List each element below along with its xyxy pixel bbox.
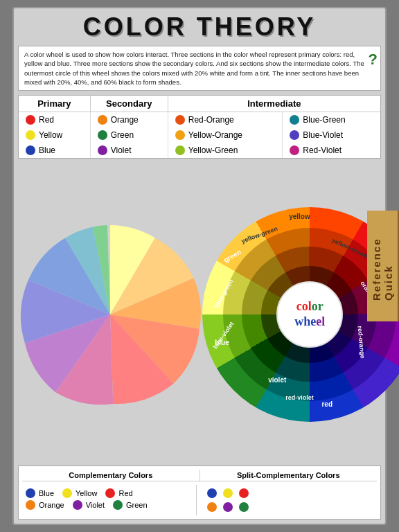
secondary-header: Secondary (90, 96, 168, 112)
comp-row-2: Orange Violet Green (26, 500, 193, 510)
split-header: Split-Complementary Colors (200, 470, 378, 481)
intermediate-cell1-1: Yellow-Orange (168, 127, 283, 143)
split-yellow-dot (223, 488, 233, 498)
bottom-section: Complementary Colors Split-Complementary… (18, 466, 381, 520)
comp-row-1: Blue Yellow Red (26, 488, 193, 498)
main-container: COLOR THEORY A color wheel is used to sh… (12, 7, 387, 525)
split-orange-dot (207, 502, 217, 512)
split-row-1 (207, 488, 252, 498)
wheel-section: color wheel yellow yellow-orange orange … (18, 163, 381, 466)
green-dot (113, 500, 123, 510)
blue-label: Blue (39, 489, 54, 497)
bottom-content: Blue Yellow Red Orange Violet Green (22, 485, 377, 515)
primary-cell-1: Yellow (19, 127, 90, 143)
info-box: A color wheel is used to show how colors… (18, 46, 381, 91)
bottom-header: Complementary Colors Split-Complementary… (22, 470, 377, 481)
red-label: Red (118, 489, 132, 497)
split-green-dot (239, 502, 249, 512)
green-label: Green (126, 501, 148, 509)
color-table: Primary Secondary Intermediate RedOrange… (18, 95, 381, 159)
primary-header: Primary (19, 96, 90, 112)
label-yellow: yellow (289, 213, 310, 220)
complementary-col: Blue Yellow Red Orange Violet Green (22, 485, 197, 515)
split-row-2 (207, 502, 252, 512)
secondary-cell-1: Green (90, 127, 168, 143)
page-title: COLOR THEORY (18, 12, 381, 42)
violet-label: Violet (86, 501, 105, 509)
blue-dot (26, 488, 35, 498)
color-wheel-container: color wheel yellow yellow-orange orange … (202, 207, 381, 422)
question-mark-icon[interactable]: ? (369, 49, 378, 71)
intermediate-cell1-2: Yellow-Green (168, 143, 283, 158)
quick-reference-label: Quick Reference (371, 231, 394, 301)
split-violet-dot (223, 502, 233, 512)
wheel-center: color wheel (276, 281, 343, 348)
primary-cell-2: Blue (19, 143, 90, 158)
label-red-violet: red-violet (285, 394, 314, 401)
split-blue-dot (207, 488, 217, 498)
primary-cell-0: Red (19, 112, 90, 128)
yellow-dot (62, 488, 72, 498)
comp-header: Complementary Colors (22, 470, 200, 481)
secondary-cell-2: Violet (90, 143, 168, 158)
intermediate-cell2-2: Red-Violet (283, 143, 380, 158)
intermediate-cell2-1: Blue-Violet (283, 127, 380, 143)
color-wheel (18, 204, 202, 425)
quick-reference-tab: Quick Reference (367, 211, 399, 321)
intermediate-cell2-0: Blue-Green (283, 112, 380, 128)
label-red: red (321, 400, 332, 408)
intermediate-header: Intermediate (168, 96, 380, 112)
orange-label: Orange (39, 501, 64, 509)
center-label: color wheel (294, 299, 325, 329)
secondary-cell-0: Orange (90, 112, 168, 128)
red-dot (105, 488, 115, 498)
split-comp-col (197, 485, 378, 515)
orange-dot (26, 500, 35, 510)
info-text: A color wheel is used to show how colors… (24, 51, 364, 86)
violet-dot (73, 500, 82, 510)
label-violet: violet (268, 376, 286, 384)
yellow-label: Yellow (76, 489, 97, 497)
intermediate-cell1-0: Red-Orange (168, 112, 283, 128)
split-red-dot (239, 488, 249, 498)
label-blue: blue (215, 339, 229, 346)
